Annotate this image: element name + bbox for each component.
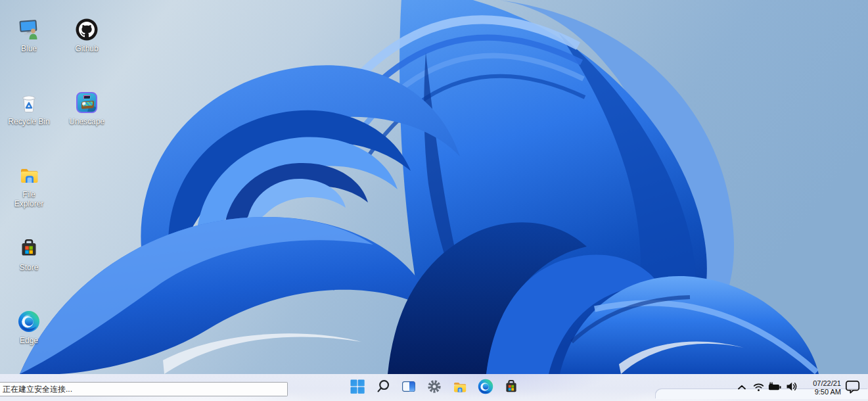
search-icon — [375, 379, 391, 396]
desktop-icon-label: File Explorer — [7, 190, 51, 208]
wallpaper-bloom — [0, 0, 868, 401]
clock-date: 07/22/21 — [813, 379, 841, 388]
desktop-icon-label: Edge — [20, 336, 38, 345]
desktop-icon-file-explorer[interactable]: File Explorer — [0, 164, 58, 208]
desktop-icon-unescape[interactable]: Unescape — [58, 91, 116, 126]
notification-center-button[interactable] — [845, 380, 861, 396]
chevron-up-icon — [737, 383, 746, 392]
desktop-icon-recycle-bin[interactable]: Recycle Bin — [0, 91, 58, 126]
desktop-icon-edge[interactable]: Edge — [0, 310, 58, 345]
file-explorer-icon — [18, 164, 40, 187]
remote-desktop-user-icon — [18, 18, 40, 41]
desktop-icon-label: Github — [75, 44, 98, 53]
volume-icon — [785, 381, 798, 394]
unescape-game-icon — [76, 91, 98, 114]
search-button[interactable] — [375, 380, 391, 396]
chat-bubble-icon — [845, 380, 861, 396]
status-tooltip: 正在建立安全连接... — [0, 382, 288, 396]
tray-volume-button[interactable] — [785, 381, 798, 394]
store-button[interactable] — [503, 380, 519, 396]
tray-battery-button[interactable] — [768, 382, 782, 393]
clock-time: 9:50 AM — [815, 388, 841, 396]
desktop-icon-label: Recycle Bin — [8, 117, 49, 126]
task-view-icon — [401, 379, 417, 396]
edge-button[interactable] — [478, 380, 493, 396]
desktop-icon-store[interactable]: Store — [0, 237, 58, 272]
folder-icon — [452, 379, 468, 396]
tray-chevron-button[interactable] — [737, 383, 746, 392]
desktop-icon-label: Unescape — [69, 117, 104, 126]
start-button[interactable] — [350, 380, 365, 396]
taskbar-clock[interactable]: 07/22/21 9:50 AM — [804, 379, 841, 396]
windows-logo-icon — [350, 379, 365, 396]
desktop-icon-github[interactable]: Github — [58, 18, 116, 53]
settings-button[interactable] — [426, 380, 442, 396]
edge-icon — [478, 379, 493, 396]
gear-icon — [426, 379, 442, 396]
recycle-bin-icon — [18, 91, 40, 114]
tray-network-button[interactable] — [752, 382, 765, 394]
task-view-button[interactable] — [401, 380, 417, 396]
desktop-icon-blue[interactable]: Blue — [0, 18, 58, 53]
store-bag-icon — [503, 379, 519, 396]
battery-charging-icon — [768, 382, 782, 393]
desktop: Blue Github — [0, 0, 868, 401]
system-tray: 07/22/21 9:50 AM — [737, 374, 868, 401]
file-explorer-button[interactable] — [452, 380, 468, 396]
wifi-icon — [752, 382, 765, 394]
desktop-icon-label: Blue — [21, 44, 37, 53]
microsoft-store-icon — [18, 237, 40, 260]
edge-icon — [18, 310, 40, 333]
desktop-icon-label: Store — [20, 263, 39, 272]
github-icon — [76, 18, 98, 41]
status-tooltip-text: 正在建立安全连接... — [3, 384, 72, 395]
